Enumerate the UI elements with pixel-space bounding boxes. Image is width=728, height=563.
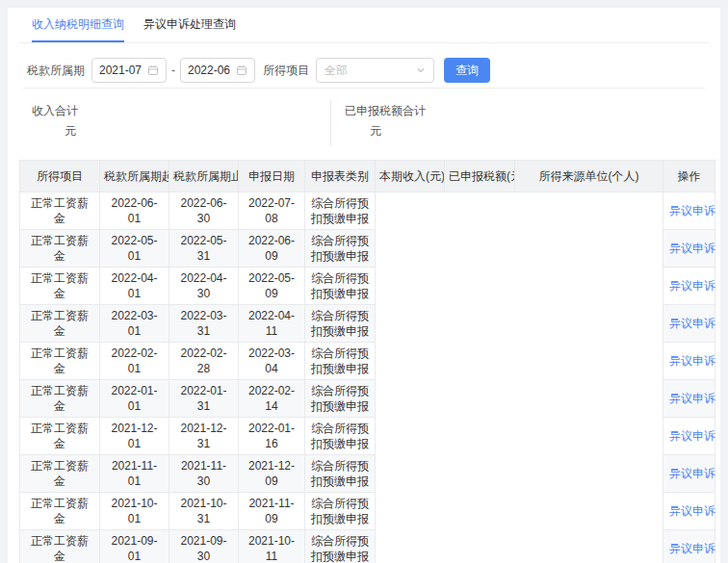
- period-start-cell: 2021-12-01: [100, 418, 169, 455]
- income-source-cell: [515, 493, 663, 530]
- period-end-cell: 2022-01-31: [169, 380, 239, 418]
- action-cell: 异议申诉: [663, 418, 715, 455]
- action-cell: 异议申诉: [663, 530, 715, 563]
- table-row: 正常工资薪金 2022-06-01 2022-06-30 2022-07-08 …: [20, 192, 715, 230]
- declared-tax-cell: [445, 343, 515, 380]
- income-item-label: 所得项目: [263, 63, 309, 79]
- objection-appeal-link[interactable]: 异议申诉: [669, 392, 715, 405]
- income-source-cell: [515, 305, 663, 343]
- period-end-cell: 2022-02-28: [169, 343, 239, 380]
- objection-appeal-link[interactable]: 异议申诉: [669, 429, 715, 443]
- query-button[interactable]: 查询: [444, 58, 490, 83]
- declare-date-cell: 2022-07-08: [239, 192, 305, 230]
- tab-objection-appeal-query[interactable]: 异议申诉处理查询: [143, 16, 236, 42]
- table-row: 正常工资薪金 2021-10-01 2021-10-31 2021-11-09 …: [20, 493, 715, 530]
- objection-appeal-link[interactable]: 异议申诉: [669, 204, 715, 218]
- action-cell: 异议申诉: [663, 268, 715, 305]
- header-income-item: 所得项目: [20, 161, 100, 192]
- tax-detail-table: 所得项目 税款所属期起 税款所属期止 申报日期 申报表类别 本期收入(元) 已申…: [19, 160, 715, 563]
- table-row: 正常工资薪金 2021-09-01 2021-09-30 2021-10-11 …: [20, 530, 715, 563]
- declare-type-cell: 综合所得预扣预缴申报: [305, 343, 376, 380]
- table-row: 正常工资薪金 2021-12-01 2021-12-31 2022-01-16 …: [20, 418, 715, 455]
- header-period-end: 税款所属期止: [169, 161, 239, 192]
- income-source-cell: [515, 230, 663, 268]
- current-income-cell: [376, 268, 445, 305]
- period-start-cell: 2022-01-01: [100, 380, 169, 418]
- table-row: 正常工资薪金 2021-11-01 2021-11-30 2021-12-09 …: [20, 455, 715, 493]
- income-total-block: 收入合计 元: [19, 100, 330, 146]
- header-declared-tax: 已申报税额(元): [445, 161, 515, 192]
- declared-tax-cell: [445, 305, 515, 343]
- period-start-cell: 2022-06-01: [100, 192, 169, 230]
- declare-date-cell: 2022-05-09: [239, 268, 305, 305]
- period-start-cell: 2021-09-01: [100, 530, 169, 563]
- table-row: 正常工资薪金 2022-05-01 2022-05-31 2022-06-09 …: [20, 230, 715, 268]
- content-card: 收入纳税明细查询 异议申诉处理查询 税款所属期 2021-07 - 2022-0…: [8, 8, 720, 563]
- declared-tax-cell: [445, 418, 515, 455]
- chevron-down-icon: [416, 65, 426, 75]
- current-income-cell: [376, 343, 445, 380]
- objection-appeal-link[interactable]: 异议申诉: [669, 504, 715, 518]
- period-end-cell: 2022-04-30: [169, 268, 239, 305]
- current-income-cell: [376, 530, 445, 563]
- declare-type-cell: 综合所得预扣预缴申报: [305, 455, 376, 493]
- action-cell: 异议申诉: [663, 380, 715, 418]
- current-income-cell: [376, 493, 445, 530]
- declare-type-cell: 综合所得预扣预缴申报: [305, 230, 376, 268]
- action-cell: 异议申诉: [663, 230, 715, 268]
- declare-date-cell: 2022-02-14: [239, 380, 305, 418]
- declare-type-cell: 综合所得预扣预缴申报: [305, 530, 376, 563]
- declare-type-cell: 综合所得预扣预缴申报: [305, 418, 376, 455]
- current-income-cell: [376, 455, 445, 493]
- income-total-label: 收入合计: [32, 102, 330, 119]
- declared-tax-cell: [445, 380, 515, 418]
- current-income-cell: [376, 418, 445, 455]
- declare-type-cell: 综合所得预扣预缴申报: [305, 380, 376, 418]
- header-action: 操作: [663, 161, 715, 192]
- objection-appeal-link[interactable]: 异议申诉: [669, 317, 715, 330]
- declared-tax-cell: [445, 192, 515, 230]
- income-item-select[interactable]: 全部: [316, 58, 434, 83]
- period-end-cell: 2022-03-31: [169, 305, 239, 343]
- table-row: 正常工资薪金 2022-01-01 2022-01-31 2022-02-14 …: [20, 380, 715, 418]
- income-item-cell: 正常工资薪金: [20, 305, 100, 343]
- current-income-cell: [376, 192, 445, 230]
- calendar-icon: [147, 64, 159, 76]
- declare-type-cell: 综合所得预扣预缴申报: [305, 268, 376, 305]
- declare-date-cell: 2021-11-09: [239, 493, 305, 530]
- period-end-input[interactable]: 2022-06: [180, 58, 255, 83]
- declare-date-cell: 2022-03-04: [239, 343, 305, 380]
- period-end-cell: 2021-11-30: [169, 455, 239, 493]
- current-income-cell: [376, 230, 445, 268]
- period-start-cell: 2022-02-01: [100, 343, 169, 380]
- declared-tax-cell: [445, 530, 515, 563]
- declared-tax-total-unit: 元: [370, 122, 426, 140]
- period-end-cell: 2021-09-30: [169, 530, 239, 563]
- income-item-cell: 正常工资薪金: [20, 493, 100, 530]
- objection-appeal-link[interactable]: 异议申诉: [669, 542, 715, 555]
- income-item-cell: 正常工资薪金: [20, 343, 100, 380]
- period-start-input[interactable]: 2021-07: [91, 58, 167, 83]
- filter-divider: [23, 88, 705, 89]
- summary-section: 收入合计 元 已申报税额合计 元: [19, 100, 709, 146]
- period-start-cell: 2022-03-01: [100, 305, 169, 343]
- income-total-unit: 元: [65, 122, 330, 140]
- income-source-cell: [515, 343, 663, 380]
- period-start-cell: 2022-04-01: [100, 268, 169, 305]
- header-period-start: 税款所属期起: [100, 161, 169, 192]
- objection-appeal-link[interactable]: 异议申诉: [669, 242, 715, 255]
- table-row: 正常工资薪金 2022-03-01 2022-03-31 2022-04-11 …: [20, 305, 715, 343]
- period-start-cell: 2021-11-01: [100, 455, 169, 493]
- objection-appeal-link[interactable]: 异议申诉: [669, 279, 715, 293]
- period-end-value: 2022-06: [188, 64, 230, 77]
- declare-date-cell: 2021-10-11: [239, 530, 305, 563]
- period-start-cell: 2022-05-01: [100, 230, 169, 268]
- period-end-cell: 2022-06-30: [169, 192, 239, 230]
- objection-appeal-link[interactable]: 异议申诉: [669, 354, 715, 368]
- declared-tax-cell: [445, 230, 515, 268]
- tab-income-tax-detail-query[interactable]: 收入纳税明细查询: [32, 16, 124, 42]
- objection-appeal-link[interactable]: 异议申诉: [669, 467, 715, 480]
- table-header-row: 所得项目 税款所属期起 税款所属期止 申报日期 申报表类别 本期收入(元) 已申…: [20, 161, 715, 192]
- calendar-icon: [236, 64, 247, 76]
- period-end-cell: 2021-12-31: [169, 418, 239, 455]
